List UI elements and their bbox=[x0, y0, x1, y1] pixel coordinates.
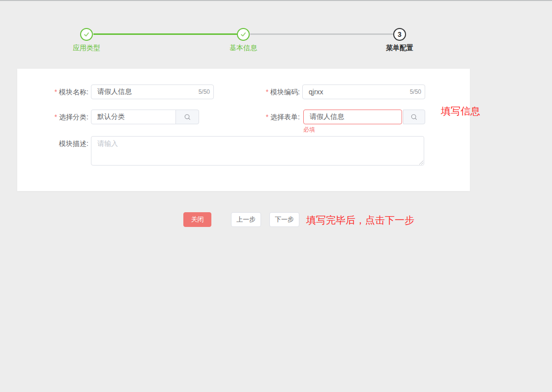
module-code-input[interactable] bbox=[302, 84, 425, 99]
step-2-circle bbox=[237, 28, 250, 41]
required-mark: * bbox=[266, 113, 268, 121]
step-3-number: 3 bbox=[398, 31, 402, 38]
search-icon bbox=[184, 113, 191, 121]
step-connector-done bbox=[93, 33, 237, 35]
module-name-input[interactable] bbox=[91, 84, 214, 99]
category-field-wrap bbox=[91, 110, 176, 124]
prev-step-button[interactable]: 上一步 bbox=[231, 212, 261, 227]
form-select-input[interactable] bbox=[303, 110, 402, 124]
module-code-field-wrap: 5/50 bbox=[302, 84, 425, 99]
search-icon bbox=[410, 113, 418, 121]
category-input[interactable] bbox=[91, 110, 176, 124]
module-desc-label: 模块描述: bbox=[29, 136, 88, 151]
annotation-after-fill: 填写完毕后，点击下一步 bbox=[306, 214, 414, 227]
category-search-button[interactable] bbox=[175, 110, 199, 124]
form-select-field-wrap bbox=[303, 110, 402, 124]
step-2-label: 基本信息 bbox=[209, 44, 278, 53]
next-step-button[interactable]: 下一步 bbox=[269, 212, 299, 227]
module-name-field-wrap: 5/50 bbox=[91, 84, 214, 99]
form-select-search-button[interactable] bbox=[403, 110, 425, 124]
check-icon bbox=[83, 31, 90, 38]
required-mark: * bbox=[55, 88, 57, 96]
form-select-error: 必填 bbox=[303, 126, 315, 134]
step-3-circle: 3 bbox=[393, 28, 406, 41]
module-code-label: *模块编码: bbox=[246, 84, 300, 99]
close-button[interactable]: 关闭 bbox=[183, 212, 211, 227]
page: 3 应用类型 基本信息 菜单配置 *模块名称: 5/50 *模块编码: 5/50… bbox=[0, 0, 552, 392]
check-icon bbox=[240, 31, 247, 38]
form-panel: *模块名称: 5/50 *模块编码: 5/50 *选择分类: bbox=[17, 69, 470, 191]
category-label: *选择分类: bbox=[29, 110, 88, 124]
step-1-label: 应用类型 bbox=[52, 44, 121, 53]
step-connector-todo bbox=[250, 33, 393, 35]
required-mark: * bbox=[55, 113, 57, 121]
step-3-label: 菜单配置 bbox=[365, 44, 434, 53]
required-mark: * bbox=[266, 88, 268, 96]
annotation-fill-info: 填写信息 bbox=[441, 105, 480, 118]
form-select-label: *选择表单: bbox=[246, 110, 300, 124]
module-name-label: *模块名称: bbox=[29, 84, 88, 99]
module-desc-textarea[interactable] bbox=[91, 136, 424, 166]
step-1-circle bbox=[80, 28, 93, 41]
